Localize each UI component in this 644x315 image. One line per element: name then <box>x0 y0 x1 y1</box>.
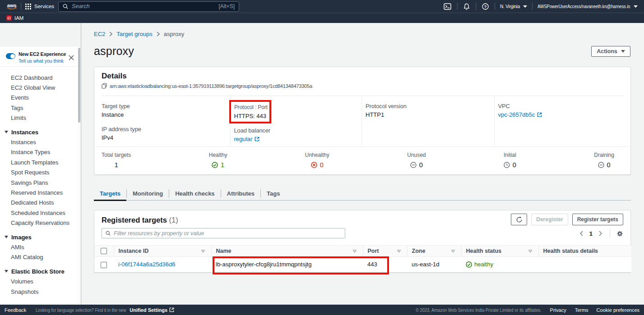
filter-input[interactable]: Filter resources by property or value <box>102 228 345 238</box>
column-label: Instance ID <box>119 248 149 254</box>
aws-logo[interactable]: aws <box>6 1 17 11</box>
load-balancer-link[interactable]: regular <box>234 136 259 142</box>
new-experience-title: New EC2 Experience <box>19 51 66 57</box>
page-header: asproxy Actions <box>94 45 631 58</box>
column-header-instance-id[interactable]: Instance ID <box>114 246 211 257</box>
feedback-link[interactable]: Feedback <box>5 307 26 313</box>
sidebar-item-limits[interactable]: Limits <box>0 113 78 123</box>
sort-icon[interactable] <box>451 249 455 253</box>
iam-service-icon <box>6 15 12 21</box>
deregister-button[interactable]: Deregister <box>531 214 568 225</box>
arn-row: arn:aws:elasticloadbalancing:us-east-1:3… <box>102 83 623 96</box>
sidebar-item-launch-templates[interactable]: Launch Templates <box>0 157 78 167</box>
next-page-icon[interactable] <box>599 231 602 236</box>
cloudshell-button[interactable] <box>443 3 452 10</box>
sidebar-item-tags[interactable]: Tags <box>0 103 78 113</box>
account-menu[interactable]: AWSPowerUserAccess/navaneeth.kn@harness.… <box>537 4 638 9</box>
column-header-port[interactable]: Port <box>363 246 407 257</box>
region-selector[interactable]: N. Virginia <box>500 4 527 9</box>
sidebar-item-dedicated-hosts[interactable]: Dedicated Hosts <box>0 198 78 208</box>
tab-health-checks[interactable]: Health checks <box>169 187 220 200</box>
select-all-checkbox[interactable] <box>101 248 107 254</box>
cookie-preferences-link[interactable]: Cookie preferences <box>597 307 639 313</box>
target-health-details-cell <box>538 257 631 272</box>
notifications-button[interactable] <box>463 3 471 10</box>
stat-value: 0 <box>320 161 324 169</box>
global-search-input[interactable]: Search [Alt+S] <box>58 1 239 12</box>
registered-targets-title-wrap: Registered targets (1) <box>102 216 178 224</box>
refresh-button[interactable] <box>511 214 527 225</box>
sidebar-section-images[interactable]: Images <box>0 232 78 242</box>
column-header-health-status-details[interactable]: Health status details <box>538 246 631 257</box>
unified-settings-link[interactable]: Unified Settings <box>130 307 167 313</box>
settings-gear-icon[interactable] <box>616 230 623 237</box>
nav-divider <box>21 3 21 10</box>
health-status-badge: healthy <box>466 261 534 268</box>
instance-id-link[interactable]: i-06f1744a6a25d36d6 <box>118 261 176 268</box>
column-header-health-status[interactable]: Health status <box>461 246 538 257</box>
account-label: AWSPowerUserAccess/navaneeth.kn@harness.… <box>537 4 612 9</box>
x-circle-icon <box>311 162 317 168</box>
column-header-zone[interactable]: Zone <box>407 246 461 257</box>
stat-value: 1 <box>221 161 224 169</box>
stat-unused: Unused 0 <box>407 152 426 175</box>
sidebar-item-ami-catalog[interactable]: AMI Catalog <box>0 252 78 262</box>
sidebar-item-savings-plans[interactable]: Savings Plans <box>0 178 78 187</box>
sidebar-item-amis[interactable]: AMIs <box>0 242 78 252</box>
favorite-iam-link[interactable]: IAM <box>6 15 23 21</box>
privacy-link[interactable]: Privacy <box>550 307 566 313</box>
services-menu-button[interactable]: Services <box>25 4 54 9</box>
sidebar-item-volumes[interactable]: Volumes <box>0 276 78 286</box>
sidebar-item-scheduled-instances[interactable]: Scheduled Instances <box>0 208 78 218</box>
table-row: i-06f1744a6a25d36d6 lb-asproxytyler-cfcg… <box>94 257 631 272</box>
breadcrumb-target-groups-link[interactable]: Target groups <box>116 31 153 37</box>
actions-button[interactable]: Actions <box>591 46 630 57</box>
sort-icon[interactable] <box>528 249 533 253</box>
sidebar-item-instance-types[interactable]: Instance Types <box>0 147 78 157</box>
page-number[interactable]: 1 <box>589 230 593 237</box>
tab-targets[interactable]: Targets <box>94 187 126 201</box>
column-label: Port <box>368 248 379 254</box>
topnav-right-section: ? N. Virginia AWSPowerUserAccess/navanee… <box>443 0 644 13</box>
breadcrumb-ec2-link[interactable]: EC2 <box>94 31 105 37</box>
field-value: HTTP1 <box>366 111 494 118</box>
sidebar-scrollbar-thumb[interactable] <box>78 48 80 123</box>
copy-icon[interactable] <box>102 83 107 89</box>
field-value: IPv4 <box>102 134 230 141</box>
row-checkbox[interactable] <box>101 262 107 268</box>
registered-targets-table: Instance ID Name Port Zone Health status… <box>94 245 631 272</box>
tab-attributes[interactable]: Attributes <box>221 187 260 200</box>
terms-link[interactable]: Terms <box>575 307 588 313</box>
sidebar-close-button[interactable] <box>68 55 74 61</box>
help-button[interactable]: ? <box>481 3 490 10</box>
sidebar-item-spot-requests[interactable]: Spot Requests <box>0 168 78 178</box>
column-header-name[interactable]: Name <box>211 246 363 257</box>
sidebar-item-capacity-reservations[interactable]: Capacity Reservations <box>0 218 78 228</box>
tab-monitoring[interactable]: Monitoring <box>127 187 169 200</box>
new-experience-feedback-link[interactable]: Tell us what you think <box>19 58 64 64</box>
region-label: N. Virginia <box>500 4 517 9</box>
sort-icon[interactable] <box>397 249 401 253</box>
register-targets-button[interactable]: Register targets <box>572 214 623 225</box>
sidebar-item-ec2-dashboard[interactable]: EC2 Dashboard <box>0 73 78 82</box>
sidebar-section-instances[interactable]: Instances <box>0 127 78 137</box>
sidebar-section-elastic-block-store[interactable]: Elastic Block Store <box>0 266 78 276</box>
previous-page-icon[interactable] <box>579 231 583 236</box>
pagination: 1 <box>579 229 623 238</box>
sidebar-item-instances[interactable]: Instances <box>0 137 78 147</box>
tab-tags[interactable]: Tags <box>261 187 286 200</box>
sidebar-item-snapshots[interactable]: Snapshots <box>0 287 78 297</box>
field-value: Instance <box>102 111 230 118</box>
filter-row: Filter resources by property or value 1 <box>94 228 630 245</box>
details-grid: Target type Instance IP address type IPv… <box>94 96 630 146</box>
new-experience-toggle[interactable] <box>6 53 15 59</box>
sort-icon[interactable] <box>352 249 357 253</box>
sidebar-item-ec2-global-view[interactable]: EC2 Global View <box>0 82 78 92</box>
stat-label: Total targets <box>102 152 131 158</box>
registered-targets-count: (1) <box>169 216 178 224</box>
vpc-link[interactable]: vpc-2657db5c <box>498 111 542 118</box>
sidebar-item-events[interactable]: Events <box>0 93 78 103</box>
sort-icon[interactable] <box>201 249 205 253</box>
sidebar-item-reserved-instances[interactable]: Reserved Instances <box>0 187 78 197</box>
field-label: IP address type <box>102 126 230 132</box>
